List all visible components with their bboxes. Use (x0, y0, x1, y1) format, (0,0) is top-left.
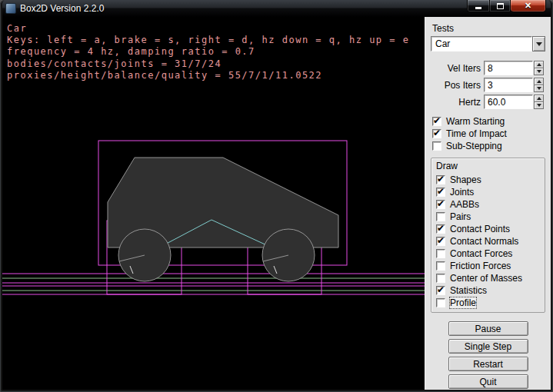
vel-iters-label: Vel Iters (439, 63, 481, 74)
app-icon (5, 3, 16, 14)
close-button[interactable]: ✕ (511, 0, 546, 12)
arrow-up-icon (537, 63, 541, 66)
maximize-icon (497, 3, 504, 9)
debug-text-frequency: frequency = 4 hz, damping ratio = 0.7 (7, 46, 255, 57)
vel-iters-spinner (534, 61, 544, 75)
checkbox-box[interactable] (436, 224, 445, 234)
checkbox-label: Contact Forces (450, 248, 512, 259)
checkbox-box[interactable] (436, 261, 445, 271)
arrow-up-icon (537, 97, 541, 100)
pause-button[interactable]: Pause (448, 321, 528, 336)
hertz-row: Hertz (431, 95, 544, 109)
checkbox-label: Sub-Stepping (446, 141, 502, 151)
hertz-label: Hertz (439, 97, 481, 108)
chevron-down-icon (536, 42, 542, 46)
checkbox-box[interactable] (436, 249, 445, 258)
checkbox-box[interactable] (432, 129, 441, 138)
arrow-down-icon (537, 104, 541, 107)
checkbox-box[interactable] (436, 298, 445, 307)
checkbox-box[interactable] (432, 117, 441, 126)
checkbox-box[interactable] (436, 237, 445, 246)
debug-text-proxies: proxies/height/balance/quality = 55/7/1/… (7, 70, 322, 81)
maximize-button[interactable] (489, 0, 511, 12)
physics-canvas[interactable]: Car Keys: left = a, brake = s, right = d… (2, 17, 425, 390)
test-select[interactable]: Car (431, 36, 545, 51)
debug-text-counts: bodies/contacts/joints = 31/7/24 (7, 58, 222, 69)
checkbox-profile[interactable]: Profile (436, 297, 541, 308)
control-panel: Tests Car Vel Iters Pos Iters (425, 17, 551, 390)
draw-group: Draw Shapes Joints AABBs Pairs (431, 158, 545, 313)
test-select-arrow-button[interactable] (532, 36, 545, 51)
vel-iters-spinner-up[interactable] (534, 61, 544, 68)
window-title: Box2D Version 2.2.0 (20, 3, 104, 14)
close-icon: ✕ (525, 2, 531, 10)
app-window: Box2D Version 2.2.0 ✕ (0, 0, 553, 392)
test-select-value: Car (431, 36, 532, 51)
pos-iters-spinner-up[interactable] (534, 78, 544, 85)
checkbox-label: Warm Starting (446, 116, 505, 127)
button-stack: Pause Single Step Restart Quit (431, 321, 545, 389)
client-area: Car Keys: left = a, brake = s, right = d… (2, 17, 551, 390)
arrow-down-icon (537, 70, 541, 73)
pos-iters-spinner (534, 78, 544, 92)
checkbox-label: Pairs (450, 211, 471, 222)
checkbox-contact-forces[interactable]: Contact Forces (436, 247, 541, 259)
hertz-spinner (534, 95, 544, 109)
restart-button[interactable]: Restart (448, 357, 528, 371)
checkbox-warm-starting[interactable]: Warm Starting (432, 115, 545, 127)
tests-label: Tests (432, 23, 545, 34)
minimize-button[interactable] (467, 0, 489, 12)
checkbox-label: Time of Impact (446, 128, 507, 139)
pos-iters-spinner-down[interactable] (534, 85, 544, 92)
checkbox-label: Profile (450, 297, 476, 308)
hertz-spinner-down[interactable] (534, 102, 544, 109)
checkbox-label: Contact Normals (450, 236, 518, 247)
pos-iters-row: Pos Iters (431, 78, 544, 92)
checkbox-box[interactable] (436, 175, 445, 184)
draw-group-label: Draw (436, 161, 541, 171)
checkbox-box[interactable] (436, 274, 445, 283)
checkbox-pairs[interactable]: Pairs (436, 211, 541, 222)
arrow-down-icon (537, 87, 541, 90)
checkbox-box[interactable] (436, 200, 445, 209)
checkbox-friction-forces[interactable]: Friction Forces (436, 260, 541, 271)
checkbox-box[interactable] (436, 188, 445, 197)
checkbox-time-of-impact[interactable]: Time of Impact (432, 128, 545, 139)
hertz-spinner-up[interactable] (534, 95, 544, 102)
checkbox-box[interactable] (436, 286, 445, 295)
checkbox-contact-normals[interactable]: Contact Normals (436, 235, 541, 247)
debug-text-keys: Keys: left = a, brake = s, right = d, hz… (7, 35, 409, 45)
checkbox-label: Joints (450, 187, 474, 198)
checkbox-label: Shapes (450, 174, 481, 185)
checkbox-label: AABBs (450, 199, 479, 210)
vel-iters-spinner-down[interactable] (534, 68, 544, 75)
hertz-input[interactable] (484, 95, 533, 109)
checkbox-label: Friction Forces (450, 261, 511, 271)
checkbox-center-of-masses[interactable]: Center of Masses (436, 272, 541, 284)
quit-button[interactable]: Quit (448, 374, 528, 389)
checkbox-sub-stepping[interactable]: Sub-Stepping (432, 140, 545, 151)
checkbox-aabbs[interactable]: AABBs (436, 198, 541, 210)
debug-text-title: Car (7, 23, 27, 34)
minimize-icon (475, 7, 481, 9)
pos-iters-input[interactable] (484, 78, 533, 92)
checkbox-label: Contact Points (450, 224, 510, 234)
pos-iters-label: Pos Iters (439, 80, 481, 91)
checkbox-box[interactable] (436, 212, 445, 221)
checkbox-label: Statistics (450, 285, 487, 296)
vel-iters-row: Vel Iters (431, 61, 544, 75)
checkbox-statistics[interactable]: Statistics (436, 284, 541, 296)
single-step-button[interactable]: Single Step (448, 339, 528, 354)
checkbox-contact-points[interactable]: Contact Points (436, 223, 541, 234)
checkbox-joints[interactable]: Joints (436, 186, 541, 198)
window-controls: ✕ (467, 0, 546, 12)
checkbox-shapes[interactable]: Shapes (436, 174, 541, 185)
checkbox-box[interactable] (432, 141, 441, 151)
vel-iters-input[interactable] (484, 61, 533, 75)
checkbox-label: Center of Masses (450, 273, 522, 284)
window-titlebar[interactable]: Box2D Version 2.2.0 ✕ (2, 0, 551, 17)
arrow-up-icon (537, 80, 541, 83)
